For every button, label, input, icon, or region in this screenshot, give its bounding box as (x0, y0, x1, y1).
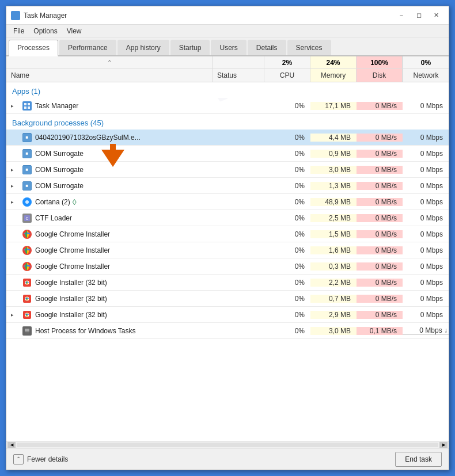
tab-services[interactable]: Services (287, 40, 331, 55)
sort-arrow: ⌃ (6, 56, 212, 69)
table-row[interactable]: Google Chrome Installer 0% 1,5 MB 0 MB/s… (6, 226, 449, 242)
row-network: 0 Mbps (403, 295, 449, 303)
svg-rect-4 (24, 103, 26, 105)
process-icon (22, 310, 32, 319)
fewer-details-button[interactable]: ⌃ Fewer details (13, 454, 68, 464)
row-disk: 0 MB/s (357, 150, 403, 158)
col-name-header[interactable]: ⌃ Name (6, 56, 213, 82)
col-cpu-header[interactable]: 2% CPU (264, 56, 310, 82)
row-network: 0 Mbps (403, 182, 449, 190)
minimize-button[interactable]: − (393, 10, 410, 21)
table-row[interactable]: ▸ Cortana (2) ◊ 0% 48,9 MB 0 MB/s 0 Mbps (6, 194, 449, 210)
maximize-button[interactable]: ◻ (411, 10, 427, 21)
row-memory: 4,4 MB (310, 134, 357, 142)
row-name-cell: C CTF Loader (6, 214, 213, 223)
process-icon: ■ (22, 149, 32, 158)
process-icon (22, 278, 32, 287)
table-row[interactable]: ■ 04042019071032osGBzySulM.e... 0% 4,4 M… (6, 130, 449, 146)
svg-rect-1 (16, 12, 19, 15)
row-network: 0 Mbps (403, 166, 449, 174)
row-cpu: 0% (264, 246, 310, 254)
table-row[interactable]: ▸ Task Manager 0% 17,1 MB 0 MB/s 0 Mbps (6, 98, 449, 114)
task-manager-window: Task Manager − ◻ ✕ File Options View Pro… (6, 6, 449, 470)
row-network: 0 Mbps (403, 214, 449, 222)
row-name-cell: ▸ ■ COM Surrogate (6, 181, 213, 191)
expand-icon[interactable]: ▸ (11, 103, 22, 109)
hscroll-left-btn[interactable]: ◀ (7, 442, 16, 448)
expand-icon[interactable]: ▸ (11, 167, 22, 173)
table-row[interactable]: ▸ Google Installer (32 bit) 0% 2,9 MB 0 … (6, 307, 449, 323)
row-name-cell: ■ 04042019071032osGBzySulM.e... (6, 133, 213, 142)
process-list[interactable]: W Apps (1) ▸ Task Manager 0% 17,1 MB 0 M… (6, 82, 449, 441)
row-memory: 17,1 MB (310, 102, 357, 110)
col-network-header[interactable]: 0% Network (403, 56, 449, 82)
svg-text:C: C (25, 216, 28, 220)
process-name: COM Surrogate (35, 182, 84, 190)
app-icon (11, 11, 20, 20)
menu-file[interactable]: File (9, 26, 29, 36)
window-controls: − ◻ ✕ (393, 10, 444, 21)
tab-performance[interactable]: Performance (59, 40, 116, 55)
col-memory-header[interactable]: 24% Memory (310, 56, 357, 82)
row-network: 0 Mbps ↓ (403, 326, 449, 335)
col-status-header[interactable]: Status (213, 56, 264, 82)
row-cpu: 0% (264, 198, 310, 206)
expand-icon[interactable]: ▸ (11, 312, 22, 318)
row-memory: 3,0 MB (310, 327, 357, 335)
table-row[interactable]: C CTF Loader 0% 2,5 MB 0 MB/s 0 Mbps (6, 210, 449, 226)
menu-options[interactable]: Options (29, 26, 62, 36)
hscroll-track[interactable] (17, 443, 438, 447)
svg-point-10 (25, 200, 29, 204)
table-row[interactable]: Google Installer (32 bit) 0% 0,7 MB 0 MB… (6, 291, 449, 307)
row-network: 0 Mbps (403, 262, 449, 271)
row-name-cell: ■ COM Surrogate (6, 149, 213, 158)
process-icon (22, 101, 32, 111)
table-row[interactable]: Google Chrome Installer 0% 0,3 MB 0 MB/s… (6, 258, 449, 275)
row-name-cell: ▸ ■ COM Surrogate (6, 165, 213, 174)
tab-app-history[interactable]: App history (117, 40, 169, 55)
row-memory: 0,7 MB (310, 295, 357, 303)
table-row[interactable]: ▸ ■ COM Surrogate 0% 3,0 MB 0 MB/s 0 Mbp… (6, 162, 449, 178)
row-name-cell: Google Chrome Installer (6, 262, 213, 271)
table-row[interactable]: Google Installer (32 bit) 0% 2,2 MB 0 MB… (6, 275, 449, 291)
row-cpu: 0% (264, 279, 310, 287)
row-memory: 2,5 MB (310, 214, 357, 222)
row-network: 0 Mbps (403, 134, 449, 142)
cortana-indicator: ◊ (73, 197, 77, 207)
row-name-cell: Google Installer (32 bit) (6, 278, 213, 287)
process-icon: ■ (22, 165, 32, 174)
tab-processes[interactable]: Processes (9, 40, 58, 56)
end-task-button[interactable]: End task (395, 452, 442, 467)
table-row[interactable]: Host Process for Windows Tasks 0% 3,0 MB… (6, 323, 449, 339)
tab-startup[interactable]: Startup (170, 40, 210, 55)
row-cpu: 0% (264, 295, 310, 303)
svg-rect-7 (28, 106, 30, 109)
expand-icon[interactable]: ▸ (11, 183, 22, 189)
row-memory: 1,5 MB (310, 230, 357, 238)
row-disk: 0,1 MB/s (357, 327, 403, 335)
horizontal-scrollbar[interactable]: ◀ ▶ (6, 441, 449, 448)
table-row[interactable]: ▸ ■ COM Surrogate 0% 1,3 MB 0 MB/s 0 Mbp… (6, 178, 449, 194)
row-network: 0 Mbps (403, 198, 449, 206)
row-name-cell: Google Chrome Installer (6, 230, 213, 239)
bg-section-header: Background processes (45) (6, 114, 449, 130)
col-disk-header[interactable]: 100% Disk (357, 56, 403, 82)
hscroll-right-btn[interactable]: ▶ (439, 442, 448, 448)
tab-details[interactable]: Details (248, 40, 286, 55)
fewer-details-label: Fewer details (27, 455, 68, 463)
row-disk: 0 MB/s (357, 246, 403, 254)
row-memory: 2,2 MB (310, 279, 357, 287)
tab-users[interactable]: Users (211, 40, 246, 55)
process-name: CTF Loader (35, 214, 72, 222)
menu-view[interactable]: View (62, 26, 86, 36)
process-icon (22, 262, 32, 271)
row-network: 0 Mbps (403, 279, 449, 287)
row-memory: 0,3 MB (310, 262, 357, 271)
table-row[interactable]: ■ COM Surrogate 0% 0,9 MB 0 MB/s 0 Mbps (6, 146, 449, 162)
table-row[interactable]: Google Chrome Installer 0% 1,6 MB 0 MB/s… (6, 242, 449, 258)
expand-icon[interactable]: ▸ (11, 199, 22, 205)
disk-pct: 100% (357, 56, 402, 69)
process-name: COM Surrogate (35, 166, 84, 174)
row-cpu: 0% (264, 182, 310, 190)
close-button[interactable]: ✕ (428, 10, 444, 21)
